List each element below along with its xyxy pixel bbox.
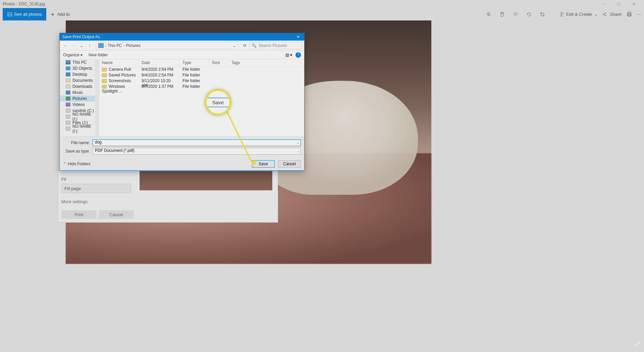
table-row[interactable]: Screenshots9/11/2020 10:20 AMFile folder (99, 78, 304, 84)
rotate-icon[interactable] (526, 11, 532, 17)
more-icon[interactable]: ⋯ (637, 12, 641, 17)
print-button[interactable]: Print (61, 210, 97, 219)
edit-create-label: Edit & Create (566, 12, 592, 17)
new-folder-button[interactable]: New folder (89, 53, 108, 57)
cancel-button[interactable]: Cancel (278, 160, 301, 168)
minimize-button[interactable]: ─ (596, 0, 611, 8)
favorite-icon[interactable] (513, 11, 519, 17)
crop-icon[interactable] (539, 11, 545, 17)
annotation-text: Save (212, 98, 224, 107)
more-settings-link[interactable]: More settings (61, 199, 274, 204)
tree-item[interactable]: 3D Objects (60, 65, 99, 71)
col-name[interactable]: Name (99, 59, 139, 66)
nav-forward-icon[interactable]: → (70, 42, 77, 49)
tree-item[interactable]: Downloads (60, 83, 99, 90)
print-icon[interactable] (626, 11, 632, 17)
tree-item-icon (66, 91, 70, 95)
chevron-down-icon: ⌄ (594, 12, 598, 17)
resize-handle-icon[interactable]: ⤢ (634, 338, 641, 349)
help-icon[interactable]: ? (296, 52, 301, 58)
folder-icon (102, 73, 107, 77)
nav-recent-icon[interactable]: ⌄ (78, 42, 85, 49)
zoom-icon[interactable] (486, 11, 492, 17)
share-icon (602, 12, 608, 17)
close-button[interactable]: ✕ (626, 0, 641, 8)
tree-item[interactable]: Documents (60, 77, 99, 83)
save-type-label: Save as type: (63, 149, 93, 154)
plus-icon (50, 12, 55, 17)
dialog-close-icon[interactable]: ✕ (295, 35, 302, 39)
add-to-button[interactable]: Add to (46, 12, 74, 17)
annotation-dot (252, 160, 256, 165)
share-button[interactable]: Share (602, 12, 622, 17)
tree-item-label: This PC (72, 60, 87, 65)
toolbar: See all photos Add to Edit & Create ⌄ Sh… (0, 8, 644, 20)
tree-item-icon (66, 127, 70, 131)
save-type-select[interactable]: PDF Document (*.pdf)⌄ (93, 148, 301, 155)
edit-icon (559, 12, 564, 17)
add-to-label: Add to (57, 12, 70, 17)
delete-icon[interactable] (499, 11, 505, 17)
tree-item[interactable]: Music (60, 90, 99, 96)
nav-back-icon[interactable]: ← (62, 42, 69, 49)
tree-item-label: Music (72, 90, 83, 95)
file-name-label: File name: (63, 140, 93, 145)
edit-create-button[interactable]: Edit & Create ⌄ (559, 12, 598, 17)
hide-folders-button[interactable]: ⌃ Hide Folders (63, 162, 91, 166)
print-cancel-button[interactable]: Cancel (99, 210, 134, 219)
crumb-folder[interactable]: Pictures (126, 43, 141, 48)
tree-item[interactable]: NO NAME (I:) (60, 114, 99, 120)
see-all-label: See all photos (14, 12, 42, 17)
refresh-icon[interactable]: ⟳ (241, 42, 249, 49)
tree-item-label: 3D Objects (72, 66, 92, 71)
crumb-dropdown-icon[interactable]: ⌄ (233, 43, 236, 48)
tree-item-label: Pictures (72, 96, 87, 101)
table-row[interactable]: Windows Spotlight ...8/7/2020 1:37 PMFil… (99, 84, 304, 90)
tree-item[interactable]: Desktop (60, 71, 99, 77)
folder-icon (102, 68, 107, 71)
annotation-callout: Save (205, 89, 231, 116)
tree-item-icon (66, 72, 70, 76)
tree-scrollbar[interactable] (95, 59, 99, 136)
col-size[interactable]: Size (209, 59, 229, 66)
table-row[interactable]: Camera Roll9/4/2020 2:54 PMFile folder (99, 67, 304, 72)
dialog-navbar: ← → ⌄ ↑ › This PC › Pictures ⌄ ⟳ 🔍 Searc… (60, 41, 304, 51)
col-date[interactable]: Date (139, 59, 180, 66)
organize-menu[interactable]: Organize ▾ (63, 53, 83, 57)
search-placeholder: Search Pictures (259, 43, 287, 48)
folder-icon (102, 79, 107, 83)
tree-item-label: Videos (72, 102, 85, 107)
see-all-photos-button[interactable]: See all photos (3, 8, 46, 20)
window-title: Photos - DSC_3138.jpg (3, 2, 596, 6)
crumb-root[interactable]: This PC (108, 43, 122, 48)
col-type[interactable]: Type (180, 59, 209, 66)
tree-item-icon (66, 115, 70, 119)
view-mode-icon[interactable]: ▤ ▾ (285, 53, 292, 57)
tree-item-icon (66, 78, 70, 82)
table-row[interactable]: Saved Pictures9/4/2020 2:54 PMFile folde… (99, 72, 304, 78)
dialog-toolbar: Organize ▾ New folder ▤ ▾ ? (60, 51, 304, 59)
chevron-up-icon: ⌃ (63, 162, 66, 166)
tree-item-icon (66, 109, 70, 113)
search-input[interactable]: 🔍 Search Pictures (249, 42, 302, 49)
fit-select[interactable]: Fill page (61, 184, 131, 193)
tree-item-label: NO NAME (I:) (72, 112, 97, 121)
file-name-input[interactable]: dog⌄ (93, 139, 301, 146)
titlebar: Photos - DSC_3138.jpg ─ ▢ ✕ (0, 0, 644, 8)
maximize-button[interactable]: ▢ (611, 0, 626, 8)
tree-item-icon (66, 97, 70, 101)
tree-item[interactable]: Pictures (60, 96, 99, 102)
tree-item[interactable]: NO NAME (I:) (60, 126, 99, 132)
breadcrumb[interactable]: › This PC › Pictures ⌄ (96, 42, 238, 49)
col-tags[interactable]: Tags (229, 59, 304, 66)
tree-item[interactable]: Videos (60, 102, 99, 108)
tree-item-label: NO NAME (I:) (72, 124, 97, 133)
tree-item-icon (66, 121, 70, 125)
nav-up-icon[interactable]: ↑ (86, 42, 93, 49)
pc-icon (98, 43, 104, 48)
tree-item-icon (66, 84, 70, 89)
nav-tree: This PC3D ObjectsDesktopDocumentsDownloa… (60, 59, 99, 136)
tree-item-label: Desktop (72, 72, 87, 77)
collection-icon (7, 12, 12, 17)
tree-item[interactable]: This PC (60, 59, 99, 65)
